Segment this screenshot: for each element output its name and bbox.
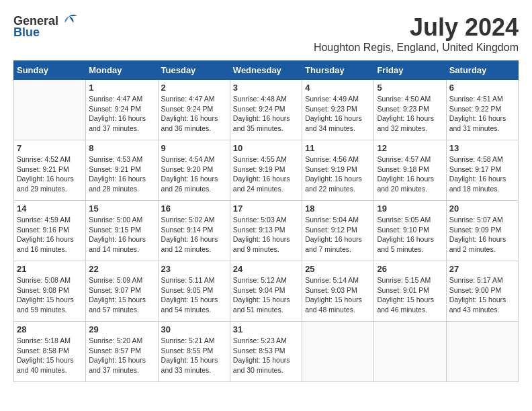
- day-info: Sunrise: 5:03 AMSunset: 9:13 PMDaylight:…: [233, 215, 299, 255]
- day-info: Sunrise: 5:23 AMSunset: 8:53 PMDaylight:…: [233, 336, 299, 375]
- location: Houghton Regis, England, United Kingdom: [314, 42, 519, 54]
- logo-text-blue: Blue: [13, 26, 40, 40]
- calendar-cell: 12Sunrise: 4:57 AMSunset: 9:18 PMDayligh…: [374, 140, 446, 201]
- day-number: 17: [233, 203, 299, 214]
- day-number: 12: [377, 143, 443, 153]
- logo: General Blue: [13, 13, 79, 40]
- week-row-3: 14Sunrise: 4:59 AMSunset: 9:16 PMDayligh…: [14, 201, 519, 261]
- calendar-cell: 25Sunrise: 5:14 AMSunset: 9:03 PMDayligh…: [302, 261, 374, 322]
- day-info: Sunrise: 5:20 AMSunset: 8:57 PMDaylight:…: [89, 336, 154, 375]
- day-info: Sunrise: 4:50 AMSunset: 9:23 PMDaylight:…: [377, 94, 443, 134]
- calendar-cell: 4Sunrise: 4:49 AMSunset: 9:23 PMDaylight…: [302, 80, 374, 140]
- day-number: 13: [449, 143, 515, 153]
- day-info: Sunrise: 4:57 AMSunset: 9:18 PMDaylight:…: [377, 154, 443, 194]
- day-number: 2: [161, 83, 227, 93]
- day-number: 29: [89, 324, 154, 334]
- day-number: 19: [377, 203, 443, 214]
- title-section: July 2024 Houghton Regis, England, Unite…: [314, 13, 519, 54]
- calendar-cell: 30Sunrise: 5:21 AMSunset: 8:55 PMDayligh…: [158, 322, 230, 382]
- day-number: 18: [305, 203, 371, 214]
- calendar-cell: 6Sunrise: 4:51 AMSunset: 9:22 PMDaylight…: [446, 80, 518, 140]
- calendar-cell: 18Sunrise: 5:04 AMSunset: 9:12 PMDayligh…: [302, 201, 374, 261]
- calendar-cell: 9Sunrise: 4:54 AMSunset: 9:20 PMDaylight…: [158, 140, 230, 201]
- logo-bird-icon: [60, 13, 79, 28]
- day-info: Sunrise: 5:05 AMSunset: 9:10 PMDaylight:…: [377, 215, 443, 255]
- day-number: 22: [89, 264, 154, 274]
- day-number: 23: [161, 264, 227, 274]
- day-number: 8: [89, 143, 154, 153]
- day-info: Sunrise: 5:02 AMSunset: 9:14 PMDaylight:…: [161, 215, 227, 255]
- week-row-1: 1Sunrise: 4:47 AMSunset: 9:24 PMDaylight…: [14, 80, 519, 140]
- day-number: 15: [89, 203, 154, 214]
- day-number: 27: [449, 264, 515, 274]
- calendar-cell: 7Sunrise: 4:52 AMSunset: 9:21 PMDaylight…: [14, 140, 86, 201]
- day-info: Sunrise: 4:52 AMSunset: 9:21 PMDaylight:…: [17, 154, 83, 194]
- calendar-cell: 20Sunrise: 5:07 AMSunset: 9:09 PMDayligh…: [446, 201, 518, 261]
- day-number: 10: [233, 143, 299, 153]
- calendar-cell: 28Sunrise: 5:18 AMSunset: 8:58 PMDayligh…: [14, 322, 86, 382]
- day-number: 3: [233, 83, 299, 93]
- day-info: Sunrise: 5:12 AMSunset: 9:04 PMDaylight:…: [233, 275, 299, 315]
- calendar-cell: 3Sunrise: 4:48 AMSunset: 9:24 PMDaylight…: [230, 80, 302, 140]
- calendar-cell: 22Sunrise: 5:09 AMSunset: 9:07 PMDayligh…: [86, 261, 158, 322]
- calendar-cell: [302, 322, 374, 382]
- month-title: July 2024: [314, 13, 519, 42]
- calendar-cell: [374, 322, 446, 382]
- week-row-4: 21Sunrise: 5:08 AMSunset: 9:08 PMDayligh…: [14, 261, 519, 322]
- week-row-2: 7Sunrise: 4:52 AMSunset: 9:21 PMDaylight…: [14, 140, 519, 201]
- calendar-cell: 15Sunrise: 5:00 AMSunset: 9:15 PMDayligh…: [86, 201, 158, 261]
- day-number: 24: [233, 264, 299, 274]
- day-header-wednesday: Wednesday: [230, 61, 302, 80]
- calendar-cell: 23Sunrise: 5:11 AMSunset: 9:05 PMDayligh…: [158, 261, 230, 322]
- day-number: 11: [305, 143, 371, 153]
- day-info: Sunrise: 4:47 AMSunset: 9:24 PMDaylight:…: [161, 94, 227, 134]
- day-number: 1: [89, 83, 154, 93]
- day-info: Sunrise: 5:17 AMSunset: 9:00 PMDaylight:…: [449, 275, 515, 315]
- week-row-5: 28Sunrise: 5:18 AMSunset: 8:58 PMDayligh…: [14, 322, 519, 382]
- days-header-row: SundayMondayTuesdayWednesdayThursdayFrid…: [14, 61, 519, 80]
- calendar-cell: 1Sunrise: 4:47 AMSunset: 9:24 PMDaylight…: [86, 80, 158, 140]
- day-info: Sunrise: 5:04 AMSunset: 9:12 PMDaylight:…: [305, 215, 371, 255]
- day-header-monday: Monday: [86, 61, 158, 80]
- calendar-cell: [14, 80, 86, 140]
- day-number: 26: [377, 264, 443, 274]
- calendar-cell: 26Sunrise: 5:15 AMSunset: 9:01 PMDayligh…: [374, 261, 446, 322]
- day-info: Sunrise: 4:59 AMSunset: 9:16 PMDaylight:…: [17, 215, 83, 255]
- calendar-cell: 31Sunrise: 5:23 AMSunset: 8:53 PMDayligh…: [230, 322, 302, 382]
- day-number: 4: [305, 83, 371, 93]
- day-info: Sunrise: 5:09 AMSunset: 9:07 PMDaylight:…: [89, 275, 154, 315]
- calendar-cell: 17Sunrise: 5:03 AMSunset: 9:13 PMDayligh…: [230, 201, 302, 261]
- day-header-tuesday: Tuesday: [158, 61, 230, 80]
- day-number: 16: [161, 203, 227, 214]
- calendar-cell: 16Sunrise: 5:02 AMSunset: 9:14 PMDayligh…: [158, 201, 230, 261]
- day-number: 30: [161, 324, 227, 334]
- day-info: Sunrise: 5:07 AMSunset: 9:09 PMDaylight:…: [449, 215, 515, 255]
- day-number: 25: [305, 264, 371, 274]
- day-info: Sunrise: 4:55 AMSunset: 9:19 PMDaylight:…: [233, 154, 299, 194]
- day-header-friday: Friday: [374, 61, 446, 80]
- calendar-table: SundayMondayTuesdayWednesdayThursdayFrid…: [13, 60, 519, 382]
- day-info: Sunrise: 5:00 AMSunset: 9:15 PMDaylight:…: [89, 215, 154, 255]
- calendar-cell: 29Sunrise: 5:20 AMSunset: 8:57 PMDayligh…: [86, 322, 158, 382]
- day-number: 20: [449, 203, 515, 214]
- day-info: Sunrise: 5:15 AMSunset: 9:01 PMDaylight:…: [377, 275, 443, 315]
- calendar-cell: 19Sunrise: 5:05 AMSunset: 9:10 PMDayligh…: [374, 201, 446, 261]
- calendar-cell: 8Sunrise: 4:53 AMSunset: 9:21 PMDaylight…: [86, 140, 158, 201]
- day-info: Sunrise: 4:47 AMSunset: 9:24 PMDaylight:…: [89, 94, 154, 134]
- calendar-cell: 14Sunrise: 4:59 AMSunset: 9:16 PMDayligh…: [14, 201, 86, 261]
- day-number: 7: [17, 143, 83, 153]
- day-number: 6: [449, 83, 515, 93]
- day-info: Sunrise: 4:51 AMSunset: 9:22 PMDaylight:…: [449, 94, 515, 134]
- day-number: 9: [161, 143, 227, 153]
- day-header-sunday: Sunday: [14, 61, 86, 80]
- day-number: 5: [377, 83, 443, 93]
- day-info: Sunrise: 5:14 AMSunset: 9:03 PMDaylight:…: [305, 275, 371, 315]
- calendar-cell: [446, 322, 518, 382]
- day-info: Sunrise: 5:08 AMSunset: 9:08 PMDaylight:…: [17, 275, 83, 315]
- calendar-cell: 21Sunrise: 5:08 AMSunset: 9:08 PMDayligh…: [14, 261, 86, 322]
- calendar-body: 1Sunrise: 4:47 AMSunset: 9:24 PMDaylight…: [14, 80, 519, 382]
- day-header-saturday: Saturday: [446, 61, 518, 80]
- day-number: 21: [17, 264, 83, 274]
- calendar-cell: 5Sunrise: 4:50 AMSunset: 9:23 PMDaylight…: [374, 80, 446, 140]
- day-info: Sunrise: 4:53 AMSunset: 9:21 PMDaylight:…: [89, 154, 154, 194]
